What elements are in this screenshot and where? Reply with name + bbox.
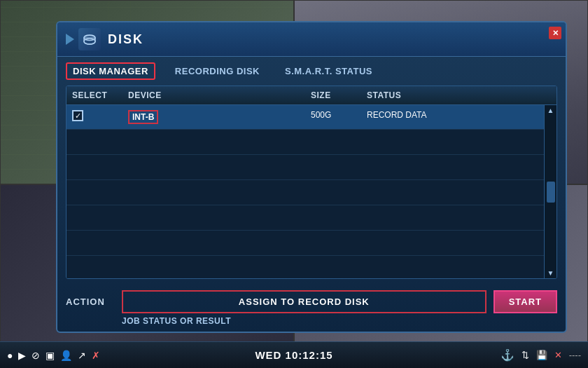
scroll-down-arrow[interactable]: ▼ — [547, 269, 554, 277]
tab-disk-manager[interactable]: DISK MANAGER — [66, 62, 155, 80]
dialog-title: DISK — [108, 32, 144, 47]
empty-row-3 — [66, 180, 556, 205]
list-icon[interactable]: ▣ — [46, 350, 55, 361]
col-select: SELECT — [66, 86, 122, 104]
scrollbar[interactable]: ▲ ▼ — [544, 105, 556, 278]
network-icon[interactable]: ⚓ — [500, 348, 514, 362]
disk-table: SELECT DEVICE SIZE STATUS ✓ INT-B 500G R… — [66, 86, 557, 279]
record-icon[interactable]: ● — [7, 350, 13, 361]
row-select[interactable]: ✓ — [66, 105, 122, 129]
action-buttons-line: ACTION ASSIGN TO RECORD DISK START — [66, 290, 557, 313]
empty-row-2 — [66, 155, 556, 180]
job-status-line: JOB STATUS OR RESULT — [66, 316, 557, 326]
dialog-header: DISK ✕ — [57, 22, 566, 57]
close-button[interactable]: ✕ — [549, 27, 561, 39]
user-icon[interactable]: 👤 — [60, 350, 72, 361]
empty-row-4 — [66, 205, 556, 231]
power-icon[interactable]: ✕ — [554, 350, 562, 360]
assign-to-record-disk-button[interactable]: ASSIGN TO RECORD DISK — [122, 290, 486, 313]
action-row: ACTION ASSIGN TO RECORD DISK START JOB S… — [57, 285, 566, 332]
empty-row-6 — [66, 256, 556, 278]
empty-row-1 — [66, 130, 556, 155]
row-status: RECORD DATA — [361, 105, 544, 129]
tab-smart-status[interactable]: S.M.A.R.T. STATUS — [279, 63, 378, 79]
taskbar-time: WED 10:12:15 — [255, 349, 332, 361]
storage-icon[interactable]: 💾 — [536, 350, 547, 360]
empty-row-5 — [66, 231, 556, 256]
col-status: STATUS — [361, 86, 544, 104]
taskbar-icons: ● ▶ ⊘ ▣ 👤 ↗ ✗ — [7, 350, 100, 361]
col-scroll — [544, 86, 556, 104]
tabs-row: DISK MANAGER RECORDING DISK S.M.A.R.T. S… — [57, 57, 566, 80]
disk-dialog: DISK ✕ DISK MANAGER RECORDING DISK S.M.A… — [56, 21, 567, 333]
delete-icon[interactable]: ✗ — [92, 350, 100, 361]
taskbar-right-icons: ⚓ ⇅ 💾 ✕ ---- — [500, 348, 581, 362]
table-header: SELECT DEVICE SIZE STATUS — [66, 86, 556, 105]
device-name: INT-B — [128, 110, 158, 124]
taskbar: ● ▶ ⊘ ▣ 👤 ↗ ✗ WED 10:12:15 ⚓ ⇅ 💾 ✕ ---- — [0, 341, 588, 368]
job-status-label: JOB STATUS OR RESULT — [66, 316, 231, 326]
row-size: 500G — [305, 105, 361, 129]
scroll-up-arrow[interactable]: ▲ — [547, 107, 554, 114]
row-device: INT-B — [122, 105, 305, 129]
disk-icon — [78, 28, 101, 50]
table-body: ✓ INT-B 500G RECORD DATA ▲ ▼ — [66, 105, 556, 278]
checkbox[interactable]: ✓ — [72, 110, 83, 121]
header-arrow-icon — [66, 34, 74, 45]
action-label: ACTION — [66, 297, 115, 307]
col-size: SIZE — [305, 86, 361, 104]
table-row[interactable]: ✓ INT-B 500G RECORD DATA — [66, 105, 556, 130]
play-icon[interactable]: ▶ — [18, 350, 26, 361]
col-device: DEVICE — [122, 86, 305, 104]
scroll-thumb[interactable] — [547, 182, 555, 203]
stop-icon[interactable]: ⊘ — [31, 350, 40, 361]
start-button[interactable]: START — [493, 290, 557, 313]
status-dashes: ---- — [569, 350, 581, 360]
sync-icon[interactable]: ⇅ — [522, 350, 529, 360]
tab-recording-disk[interactable]: RECORDING DISK — [169, 63, 265, 79]
export-icon[interactable]: ↗ — [78, 350, 86, 361]
